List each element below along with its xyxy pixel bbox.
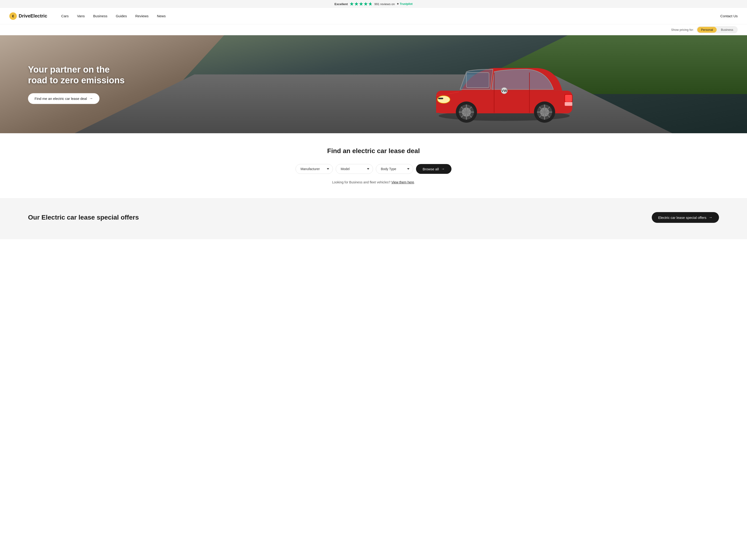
browse-arrow-icon: → — [441, 167, 445, 171]
nav-item-vans[interactable]: Vans — [77, 14, 85, 18]
offers-button[interactable]: Electric car lease special offers → — [652, 212, 719, 223]
body-type-select-wrapper: Body Type — [376, 164, 413, 174]
search-controls: Manufacturer Model Body Type Browse all … — [9, 164, 738, 174]
main-nav: Cars Vans Business Guides Reviews News — [61, 14, 720, 18]
nav-item-news[interactable]: News — [157, 14, 166, 18]
svg-rect-8 — [565, 102, 572, 106]
star-5-half — [368, 2, 372, 6]
manufacturer-select-wrapper: Manufacturer — [295, 164, 333, 174]
trustpilot-bar: Excellent 991 reviews on ✦ Trustpilot — [0, 0, 747, 8]
business-fleet-link[interactable]: View them here — [391, 180, 414, 184]
trustpilot-stars — [350, 2, 372, 6]
contact-us-button[interactable]: Contact Us — [720, 14, 738, 18]
hero-title: Your partner on the road to zero emissio… — [28, 64, 125, 86]
search-section: Find an electric car lease deal Manufact… — [0, 133, 747, 198]
pricing-personal[interactable]: Personal — [697, 27, 717, 33]
svg-point-5 — [437, 96, 450, 103]
svg-rect-2 — [466, 73, 489, 88]
body-type-select[interactable]: Body Type — [376, 164, 413, 174]
offers-arrow-icon: → — [709, 215, 713, 219]
site-logo[interactable]: ε DriveElectric — [9, 12, 47, 20]
star-3 — [359, 2, 363, 6]
pricing-toggle: Personal Business — [697, 26, 738, 33]
hero-car-image: VW — [261, 35, 747, 124]
model-select[interactable]: Model — [336, 164, 373, 174]
star-4 — [364, 2, 368, 6]
offers-button-label: Electric car lease special offers — [658, 216, 706, 219]
hero-cta-button[interactable]: Find me an electric car lease deal → — [28, 93, 99, 104]
offers-title: Our Electric car lease special offers — [28, 214, 139, 221]
browse-all-label: Browse all — [422, 167, 439, 171]
nav-item-guides[interactable]: Guides — [116, 14, 127, 18]
svg-rect-6 — [438, 98, 443, 99]
hero-content: Your partner on the road to zero emissio… — [28, 64, 125, 104]
trustpilot-logo: ✦ Trustpilot — [396, 2, 412, 6]
offers-header: Our Electric car lease special offers El… — [28, 212, 719, 223]
trustpilot-excellent: Excellent — [335, 2, 348, 6]
browse-all-button[interactable]: Browse all → — [416, 164, 451, 174]
search-title: Find an electric car lease deal — [9, 147, 738, 155]
logo-icon: ε — [9, 12, 17, 20]
site-header: ε DriveElectric Cars Vans Business Guide… — [0, 8, 747, 24]
star-2 — [354, 2, 359, 6]
logo-text: DriveElectric — [19, 13, 47, 19]
hero-cta-label: Find me an electric car lease deal — [34, 97, 87, 101]
trustpilot-review-count: 991 reviews on — [375, 2, 395, 6]
pricing-business[interactable]: Business — [717, 27, 737, 33]
pricing-label: Show pricing for: — [671, 28, 694, 31]
business-fleet-text: Looking for Business and fleet vehicles?… — [9, 180, 738, 184]
hero-section: VW Your partner on the road to zero emis… — [0, 35, 747, 133]
pricing-bar: Show pricing for: Personal Business — [0, 24, 747, 35]
offers-section: Our Electric car lease special offers El… — [0, 198, 747, 239]
svg-rect-7 — [565, 95, 572, 102]
star-1 — [350, 2, 354, 6]
nav-item-business[interactable]: Business — [93, 14, 107, 18]
model-select-wrapper: Model — [336, 164, 373, 174]
svg-text:VW: VW — [501, 89, 507, 92]
nav-item-cars[interactable]: Cars — [61, 14, 69, 18]
arrow-icon: → — [89, 97, 93, 101]
nav-item-reviews[interactable]: Reviews — [135, 14, 149, 18]
manufacturer-select[interactable]: Manufacturer — [295, 164, 333, 174]
